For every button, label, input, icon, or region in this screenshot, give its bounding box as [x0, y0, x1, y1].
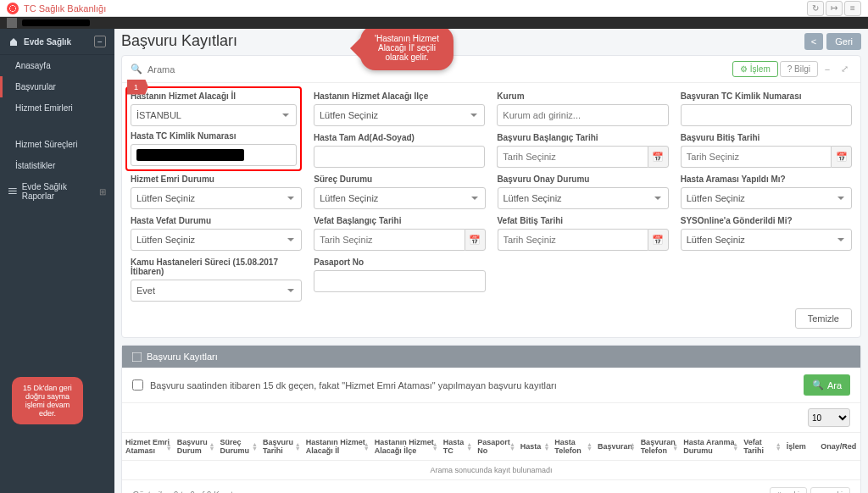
temizle-button[interactable]: Temizle: [795, 308, 852, 329]
calendar-icon[interactable]: 📅: [465, 229, 486, 251]
col: Vefat Tarihi▲▼: [740, 433, 783, 461]
vefat-bit-label: Vefat Bitiş Tarihi: [498, 216, 669, 225]
highlight-il: Hastanın Hizmet Alacağı İl İSTANBUL Hast…: [125, 86, 302, 171]
vefat-bit-input[interactable]: [498, 229, 648, 251]
svg-rect-2: [8, 193, 17, 194]
col: Onay/Red: [817, 433, 860, 461]
collapse-icon[interactable]: −: [94, 36, 106, 47]
next-button[interactable]: sonraki: [810, 487, 850, 493]
vefat-select[interactable]: Lütfen Seçiniz: [131, 229, 302, 251]
minimize-icon[interactable]: −: [820, 62, 835, 77]
col: Hasta Aranma Durumu▲▼: [680, 433, 740, 461]
nav-basvurular[interactable]: Başvurular 1: [0, 76, 114, 97]
calendar-icon[interactable]: 📅: [648, 229, 669, 251]
bit-tarih-input[interactable]: [681, 146, 832, 168]
grid1-header: Başvuru Kayıtları: [122, 346, 860, 368]
grid1-table: Hizmet Emri Ataması▲▼ Başvuru Durum▲▼ Sü…: [122, 432, 860, 480]
back-arrow-button[interactable]: <: [804, 33, 823, 50]
kamu-label: Kamu Hastaneleri Süreci (15.08.2017 İtib…: [131, 258, 302, 276]
surec-select[interactable]: Lütfen Seçiniz: [314, 187, 485, 209]
islem-button[interactable]: ⚙ İşlem: [732, 61, 778, 77]
annotation-callout-left: 15 Dk'dan geri doğru sayma işlemi devam …: [12, 377, 83, 424]
hastatc-label: Hasta TC Kimlik Numarası: [131, 131, 297, 141]
grid1-empty: Arama sonucunda kayıt bulunamadı: [122, 461, 860, 480]
grid1-note: Başvuru saatinden itibaren 15 dk geçen, …: [150, 380, 804, 391]
ad-input[interactable]: [314, 146, 485, 168]
col: Hizmet Emri Ataması▲▼: [122, 433, 174, 461]
svg-rect-3: [132, 352, 142, 362]
kurum-label: Kurum: [497, 91, 668, 101]
col: Hasta▲▼: [517, 433, 552, 461]
ad-label: Hasta Tam Ad(Ad-Soyad): [314, 133, 485, 142]
emri-select[interactable]: Lütfen Seçiniz: [131, 187, 302, 209]
edit-icon: [132, 352, 142, 362]
nav-istatistikler[interactable]: İstatistikler: [0, 155, 114, 176]
logout-button[interactable]: ↦: [826, 1, 843, 16]
user-avatar-icon: [7, 18, 17, 28]
grid1-search-button[interactable]: 🔍 Ara: [804, 374, 850, 396]
sys-select[interactable]: Lütfen Seçiniz: [681, 229, 852, 251]
hastatc-input[interactable]: [131, 144, 297, 166]
back-button[interactable]: Geri: [826, 33, 861, 50]
prev-button[interactable]: önceki: [770, 487, 807, 493]
col: Hastanın Hizmet Alacağı İl▲▼: [303, 433, 371, 461]
sidebar-header: Evde Sağlık −: [0, 29, 114, 55]
arama-label: Hasta Araması Yapıldı Mı?: [681, 174, 852, 184]
col: Hasta Telefon▲▼: [551, 433, 594, 461]
col: Pasaport No▲▼: [474, 433, 517, 461]
svg-rect-0: [8, 188, 17, 189]
kurum-input[interactable]: [497, 104, 668, 126]
filter-panel: 🔍 ⚙ İşlem ? Bilgi − ⤢ Hastanın Hizmet Al…: [121, 55, 861, 338]
grid1-note-checkbox[interactable]: [132, 379, 143, 391]
nav-hizmet-surecleri[interactable]: Hizmet Süreçleri: [0, 134, 114, 155]
bilgi-button[interactable]: ? Bilgi: [780, 61, 818, 77]
il-select[interactable]: İSTANBUL: [131, 104, 297, 126]
nav-anasayfa[interactable]: Anasayfa: [0, 55, 114, 76]
refresh-button[interactable]: ↻: [807, 1, 824, 16]
expand-icon[interactable]: ⤢: [837, 62, 852, 77]
calendar-icon[interactable]: 📅: [831, 146, 852, 168]
home-icon: [8, 36, 19, 47]
vefat-bas-input[interactable]: [314, 229, 465, 251]
vefat-bas-label: Vefat Başlangıç Tarihi: [314, 216, 485, 225]
ilce-label: Hastanın Hizmet Alacağı İlçe: [314, 91, 485, 101]
onay-select[interactable]: Lütfen Seçiniz: [498, 187, 669, 209]
col: İşlem: [783, 433, 818, 461]
search-icon: 🔍: [131, 64, 142, 75]
app-title: TC Sağlık Bakanlığı: [24, 3, 807, 14]
col: Hasta TC▲▼: [440, 433, 475, 461]
main-content: 'Hastanın Hizmet Alacağı İl' seçili olar…: [114, 29, 868, 493]
col: Başvuru Tarihi▲▼: [259, 433, 303, 461]
topbar: TC Sağlık Bakanlığı ↻ ↦ ≡: [0, 0, 868, 17]
annotation-callout-top: 'Hastanın Hizmet Alacağı İl' seçili olar…: [360, 29, 453, 70]
surec-label: Süreç Durumu: [314, 174, 485, 184]
nav-raporlar[interactable]: Evde Sağlık Raporlar ⊞: [0, 176, 114, 207]
list-icon: [8, 187, 17, 196]
basvurantc-input[interactable]: [681, 104, 852, 126]
user-name-redacted: [22, 19, 90, 26]
bas-tarih-input[interactable]: [497, 146, 648, 168]
grid1-panel: Başvuru Kayıtları Başvuru saatinden itib…: [121, 345, 861, 493]
calendar-icon[interactable]: 📅: [648, 146, 669, 168]
col: Hastanın Hizmet Alacağı İlçe▲▼: [371, 433, 440, 461]
col: Başvuran▲▼: [594, 433, 637, 461]
col: Süreç Durumu▲▼: [216, 433, 259, 461]
pasaport-label: Pasaport No: [314, 258, 485, 267]
grid1-footer-text: Gösterilen 0 to 0 of 0 Kayıt: [132, 490, 232, 494]
ministry-logo-icon: [7, 3, 19, 14]
menu-button[interactable]: ≡: [844, 1, 861, 16]
ilce-select[interactable]: Lütfen Seçiniz: [314, 104, 485, 126]
kamu-select[interactable]: Evet: [131, 280, 302, 302]
col: Başvuru Durum▲▼: [174, 433, 217, 461]
arama-select[interactable]: Lütfen Seçiniz: [681, 187, 852, 209]
userbar: [0, 17, 868, 29]
nav-hizmet-emirleri[interactable]: Hizmet Emirleri: [0, 97, 114, 119]
grid1-pagesize[interactable]: 10: [808, 408, 850, 427]
bas-tarih-label: Başvuru Başlangıç Tarihi: [497, 133, 668, 142]
svg-rect-1: [8, 191, 17, 191]
basvurantc-label: Başvuran TC Kimlik Numarası: [681, 91, 852, 101]
pasaport-input[interactable]: [314, 270, 485, 292]
il-label: Hastanın Hizmet Alacağı İl: [131, 91, 297, 101]
col: Başvuran Telefon▲▼: [637, 433, 681, 461]
sys-label: SYSOnline'a Gönderildi Mi?: [681, 216, 852, 225]
